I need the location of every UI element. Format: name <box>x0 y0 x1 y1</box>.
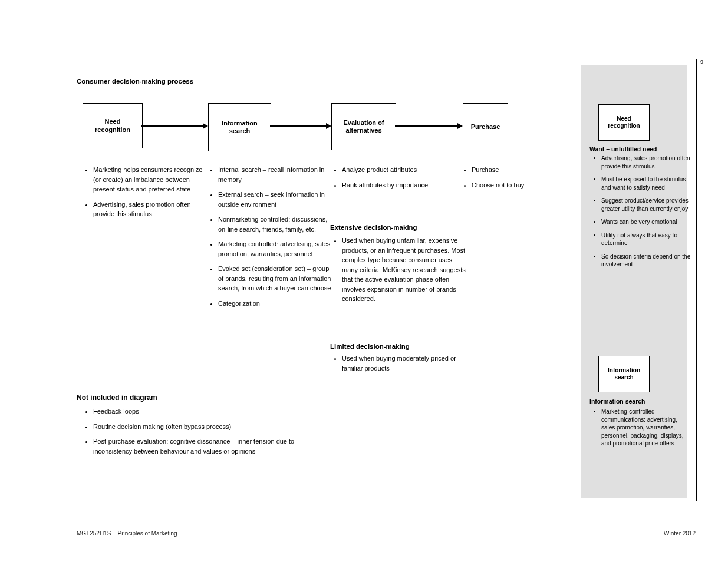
col3-bullets-b: Used when buying unfamiliar, expensive p… <box>331 236 466 309</box>
page-number: 9 <box>700 59 703 65</box>
list-item: Purchase <box>472 165 566 175</box>
footer-right: Winter 2012 <box>664 530 696 537</box>
lower-bullets: Feedback loops Routine decision making (… <box>83 406 317 461</box>
list-item: Advertising, sales promotion often provi… <box>93 200 205 219</box>
flow-box-info: Information search <box>208 103 271 151</box>
list-item: Marketing helps consumers recognize (or … <box>93 165 205 194</box>
list-item: Wants can be very emotional <box>601 218 691 226</box>
list-item: Nonmarketing controlled: discussions, on… <box>218 214 336 234</box>
col3-sub2-label: Limited decision-making <box>330 343 454 350</box>
footer-left: MGT252H1S – Principles of Marketing <box>77 530 177 537</box>
col2-bullets: Internal search – recall information in … <box>207 165 336 313</box>
list-item: Advertising, sales promotion often provi… <box>601 154 691 170</box>
arrow-2-head <box>326 123 331 129</box>
sidebar-divider <box>696 59 697 501</box>
flow-box-purchase: Purchase <box>463 103 508 151</box>
page-title: Consumer decision-making process <box>77 78 193 85</box>
lower-heading: Not included in diagram <box>77 394 157 402</box>
arrow-2 <box>270 125 326 127</box>
list-item: Used when buying moderately priced or fa… <box>342 353 466 373</box>
list-item: So decision criteria depend on the invol… <box>601 253 691 269</box>
col1-bullets: Marketing helps consumers recognize (or … <box>83 165 205 224</box>
arrow-3 <box>395 125 458 127</box>
list-item: Marketing controlled: advertising, sales… <box>218 239 336 259</box>
list-item: Post-purchase evaluation: cognitive diss… <box>93 437 317 456</box>
list-item: Marketing-controlled communications: adv… <box>601 408 691 448</box>
sidebar-heading-2: Information search <box>589 398 684 405</box>
list-item: Used when buying unfamiliar, expensive p… <box>342 236 466 304</box>
sidebar-bullets-1: Advertising, sales promotion often provi… <box>591 154 691 274</box>
list-item: Choose not to buy <box>472 180 566 190</box>
list-item: Utility not always that easy to determin… <box>601 232 691 247</box>
list-item: Must be exposed to the stimulus and want… <box>601 176 691 191</box>
flow-box-need: Need recognition <box>83 103 143 148</box>
list-item: Analyze product attributes <box>342 165 460 175</box>
flow-box-eval: Evaluation of alternatives <box>331 103 396 150</box>
sidebar-box-2: Information search <box>598 356 650 392</box>
col3-bullets-a: Analyze product attributes Rank attribut… <box>331 165 460 195</box>
col4-bullets: Purchase Choose not to buy <box>461 165 566 195</box>
list-item: Suggest product/service provides greater… <box>601 197 691 213</box>
list-item: Rank attributes by importance <box>342 180 460 190</box>
sidebar-bullets-2: Marketing-controlled communications: adv… <box>591 408 691 453</box>
col3-bullets-c: Used when buying moderately priced or fa… <box>331 353 466 378</box>
list-item: Routine decision making (often bypass pr… <box>93 422 317 432</box>
list-item: Feedback loops <box>93 406 317 416</box>
arrow-1 <box>141 125 203 127</box>
col3-sub1-label: Extensive decision-making <box>330 224 454 231</box>
sidebar-heading-1: Want – unfulfilled need <box>589 146 687 153</box>
sidebar-box-1: Need recognition <box>598 104 650 141</box>
list-item: Internal search – recall information in … <box>218 165 336 184</box>
arrow-1-head <box>203 123 208 129</box>
list-item: Categorization <box>218 299 336 309</box>
list-item: Evoked set (consideration set) – group o… <box>218 264 336 293</box>
arrow-3-head <box>457 123 463 129</box>
list-item: External search – seek information in ou… <box>218 190 336 209</box>
